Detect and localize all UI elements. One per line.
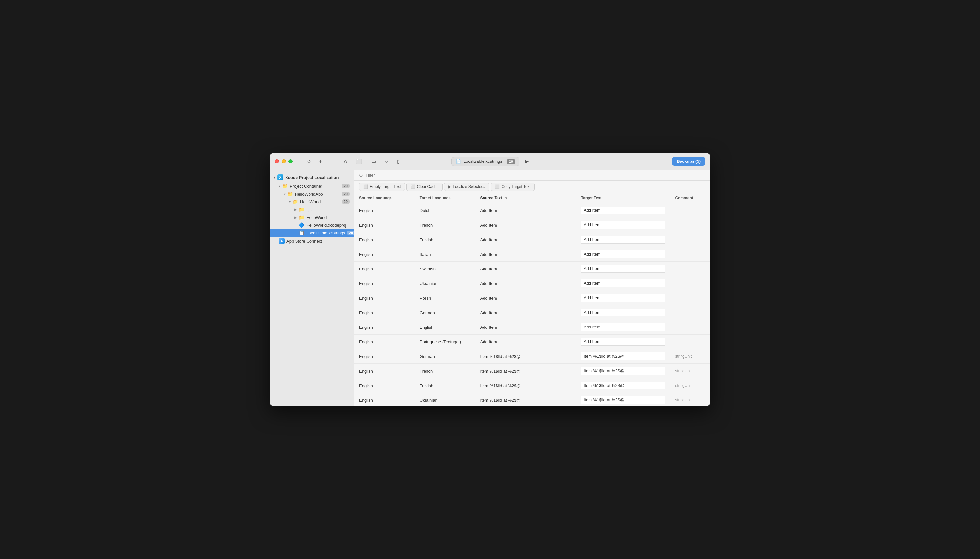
table-row: EnglishTurkishAdd Item: [354, 233, 710, 247]
target-text-input[interactable]: [581, 250, 665, 258]
target-text-cell: [576, 349, 670, 364]
titlebar-right: Backups (5): [672, 157, 705, 166]
minimize-button[interactable]: [282, 159, 286, 164]
table-row: EnglishGermanItem %1$lld at %2$@stringUn…: [354, 349, 710, 364]
run-button[interactable]: ▶: [525, 158, 529, 164]
collapse-arrow: ▾: [274, 175, 276, 180]
target-text-cell: [576, 306, 670, 320]
target-text-cell: [576, 364, 670, 379]
localize-selected-label: Localize Selecteds: [453, 185, 485, 189]
target-text-input[interactable]: [581, 367, 665, 375]
target-text-input[interactable]: [581, 382, 665, 389]
target-text-input[interactable]: [581, 265, 665, 273]
empty-target-text-label: Empty Target Text: [370, 185, 401, 189]
target-language-cell: Ukrainian: [414, 276, 475, 291]
target-text-input[interactable]: [581, 309, 665, 316]
col-source-text[interactable]: Source Text ▼: [475, 193, 576, 203]
comment-cell: [670, 320, 710, 335]
target-text-input[interactable]: [581, 207, 665, 214]
target-text-input[interactable]: [581, 294, 665, 302]
target-text-input[interactable]: [581, 236, 665, 243]
source-text-cell: Add Item: [475, 203, 576, 218]
table-row: EnglishEnglishAdd Item: [354, 320, 710, 335]
target-text-input[interactable]: [581, 323, 665, 331]
comment-cell: [670, 218, 710, 233]
sidebar-item-label: HelloWorldApp: [295, 192, 323, 197]
folder-icon: 📁: [282, 184, 288, 189]
sidebar-item-helloworld-sub[interactable]: ▶ 📁 HelloWorld: [270, 213, 353, 221]
sidebar-header: ▾ X Xcode Project Localization: [270, 172, 353, 182]
source-text-cell: Add Item: [475, 291, 576, 306]
table-body: EnglishDutchAdd ItemEnglishFrenchAdd Ite…: [354, 203, 710, 406]
main-content: ▾ X Xcode Project Localization ▾ 📁 Proje…: [270, 170, 710, 406]
target-text-input[interactable]: [581, 280, 665, 287]
target-language-cell: German: [414, 306, 475, 320]
target-text-cell: [576, 379, 670, 393]
titlebar-icons: A ⬜ ▭ ○ ▯: [343, 157, 401, 166]
sidebar-item-label: .git: [306, 207, 312, 212]
target-text-input[interactable]: [581, 338, 665, 346]
target-text-input[interactable]: [581, 396, 665, 404]
toolbar: ⬜ Empty Target Text ⬜ Clear Cache ▶ Loca…: [354, 180, 710, 193]
source-language-cell: English: [354, 335, 414, 349]
sidebar-item-project-container[interactable]: ▾ 📁 Project Container 29: [270, 182, 353, 190]
sidebar-item-appstore[interactable]: A App Store Connect: [270, 237, 353, 245]
sidebar-item-xcodeproj[interactable]: ▶ 🔷 HelloWorld.xcodeproj: [270, 221, 353, 229]
device-icon-button[interactable]: ▯: [396, 157, 401, 166]
layout-icon-button[interactable]: ▭: [370, 157, 377, 166]
source-text-cell: Add Item: [475, 262, 576, 276]
localize-selected-button[interactable]: ▶ Localize Selecteds: [444, 182, 489, 191]
col-source-language: Source Language: [354, 193, 414, 203]
source-language-cell: English: [354, 276, 414, 291]
table-row: EnglishFrenchItem %1$lld at %2$@stringUn…: [354, 364, 710, 379]
sidebar-item-helloworld[interactable]: ▾ 📁 HelloWorld 29: [270, 198, 353, 205]
source-language-cell: English: [354, 262, 414, 276]
traffic-lights: [275, 159, 293, 164]
source-language-cell: English: [354, 349, 414, 364]
target-language-cell: French: [414, 364, 475, 379]
sidebar-item-git[interactable]: ▶ 📁 .git: [270, 205, 353, 213]
table-row: EnglishUkrainianAdd Item: [354, 276, 710, 291]
backups-button[interactable]: Backups (5): [672, 157, 705, 166]
table-header-row: Source Language Target Language Source T…: [354, 193, 710, 203]
folder-icon: 📁: [287, 191, 293, 197]
circle-icon-button[interactable]: ○: [384, 157, 389, 165]
add-button[interactable]: +: [318, 157, 323, 166]
target-text-input[interactable]: [581, 352, 665, 360]
text-icon-button[interactable]: A: [343, 157, 348, 165]
sidebar-item-helloworldapp[interactable]: ▾ 📁 HelloWorldApp 29: [270, 190, 353, 198]
table-row: EnglishDutchAdd Item: [354, 203, 710, 218]
expand-arrow: ▾: [279, 185, 280, 188]
target-text-cell: [576, 393, 670, 406]
table-row: EnglishTurkishItem %1$lld at %2$@stringU…: [354, 379, 710, 393]
sidebar-item-label: HelloWorld.xcodeproj: [306, 223, 346, 228]
filter-input[interactable]: [366, 173, 705, 178]
source-text-cell: Item %1$lld at %2$@: [475, 364, 576, 379]
source-text-cell: Add Item: [475, 247, 576, 262]
titlebar-center: 📄 Localizable.xcstrings 29 ▶: [451, 157, 529, 166]
empty-target-text-button[interactable]: ⬜ Empty Target Text: [359, 182, 405, 191]
sidebar-item-badge: 29: [347, 230, 354, 235]
target-language-cell: Turkish: [414, 379, 475, 393]
source-text-cell: Item %1$lld at %2$@: [475, 393, 576, 406]
target-language-cell: Turkish: [414, 233, 475, 247]
copy-target-text-button[interactable]: ⬜ Copy Target Text: [491, 182, 535, 191]
maximize-button[interactable]: [289, 159, 293, 164]
filename-pill[interactable]: 📄 Localizable.xcstrings 29: [451, 157, 520, 166]
comment-cell: [670, 262, 710, 276]
source-text-cell: Add Item: [475, 306, 576, 320]
source-language-cell: English: [354, 393, 414, 406]
target-language-cell: Portuguese (Portugal): [414, 335, 475, 349]
target-text-cell: [576, 276, 670, 291]
expand-arrow: ▶: [294, 216, 297, 219]
target-text-input[interactable]: [581, 221, 665, 229]
refresh-button[interactable]: ↺: [305, 157, 312, 166]
clear-cache-button[interactable]: ⬜ Clear Cache: [406, 182, 443, 191]
image-icon-button[interactable]: ⬜: [355, 157, 364, 166]
folder-icon: 📁: [299, 207, 304, 212]
target-language-cell: Polish: [414, 291, 475, 306]
close-button[interactable]: [275, 159, 279, 164]
sidebar-item-localizable[interactable]: ▶ 📋 Localizable.xcstrings 29: [270, 229, 353, 237]
target-language-cell: Swedish: [414, 262, 475, 276]
target-language-cell: French: [414, 218, 475, 233]
